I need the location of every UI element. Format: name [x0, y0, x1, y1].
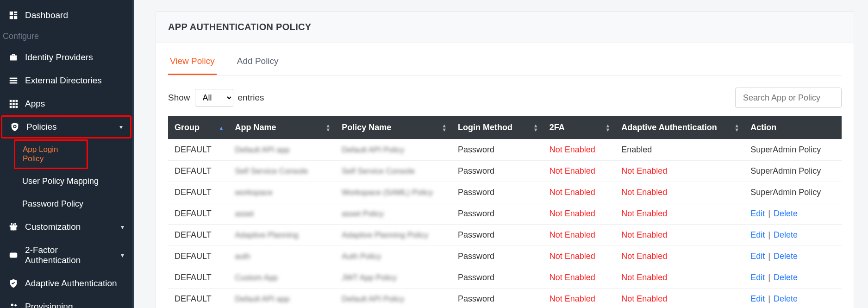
- cell-policy-name: Workspace (SAML) Policy: [335, 182, 451, 203]
- svg-rect-0: [10, 12, 13, 15]
- tab-add-policy[interactable]: Add Policy: [235, 56, 281, 75]
- col-group[interactable]: Group ▲: [168, 116, 228, 139]
- blurred-text: Default API Policy: [342, 295, 404, 303]
- col-login-method[interactable]: Login Method ▲▼: [451, 116, 543, 139]
- action-text: SuperAdmin Policy: [750, 166, 821, 176]
- status-adaptive: Enabled: [621, 145, 652, 154]
- cell-group: DEFAULT: [168, 182, 228, 203]
- edit-link[interactable]: Edit: [750, 294, 765, 303]
- sidebar: Dashboard Configure Identity Providers E…: [0, 0, 134, 308]
- chevron-down-icon: ▾: [121, 251, 124, 259]
- gift-icon: [8, 222, 19, 232]
- cell-login-method: Password: [451, 289, 543, 308]
- edit-link[interactable]: Edit: [750, 230, 765, 239]
- cell-adaptive: Not Enabled: [615, 182, 744, 203]
- action-text: SuperAdmin Policy: [750, 145, 821, 154]
- nav-external-directories[interactable]: External Directories: [0, 69, 132, 92]
- cell-adaptive: Not Enabled: [615, 203, 744, 225]
- chevron-down-icon: ▾: [121, 223, 124, 231]
- nav-two-factor[interactable]: 2-Factor Authentication ▾: [0, 239, 132, 272]
- svg-rect-6: [10, 80, 18, 82]
- cell-2fa: Not Enabled: [543, 246, 615, 267]
- blurred-text: Default API app: [235, 295, 289, 303]
- cell-adaptive: Not Enabled: [615, 225, 744, 246]
- status-2fa: Not Enabled: [550, 230, 595, 239]
- status-adaptive: Not Enabled: [621, 166, 667, 176]
- nav-adaptive-auth[interactable]: Adaptive Authentication: [0, 272, 132, 295]
- nav-provisioning[interactable]: Provisioning: [0, 295, 132, 308]
- nav-provisioning-label: Provisioning: [25, 302, 73, 308]
- blurred-text: Workspace (SAML) Policy: [342, 188, 433, 197]
- cell-adaptive: Not Enabled: [615, 267, 744, 289]
- nav-policies[interactable]: Policies ▾: [1, 115, 131, 138]
- nav-apps[interactable]: Apps: [0, 92, 132, 115]
- users-icon: [8, 302, 19, 308]
- col-app-name-label: App Name: [235, 123, 276, 132]
- edit-link[interactable]: Edit: [750, 251, 765, 261]
- nav-dashboard[interactable]: Dashboard: [0, 4, 132, 27]
- col-adaptive[interactable]: Adaptive Authentication ▲▼: [615, 116, 744, 139]
- delete-link[interactable]: Delete: [774, 251, 798, 261]
- nav-app-login-policy[interactable]: App Login Policy: [14, 139, 88, 169]
- status-adaptive: Not Enabled: [621, 294, 667, 303]
- svg-point-21: [14, 223, 16, 225]
- svg-point-23: [11, 304, 14, 307]
- cell-action: Edit | Delete: [744, 246, 842, 267]
- nav-identity-providers[interactable]: Identity Providers: [0, 46, 132, 69]
- status-2fa: Not Enabled: [550, 166, 595, 176]
- cell-action: Edit | Delete: [744, 289, 842, 308]
- edit-link[interactable]: Edit: [750, 209, 765, 218]
- cell-login-method: Password: [451, 182, 543, 203]
- cell-policy-name: Default API Policy: [335, 139, 451, 161]
- edit-link[interactable]: Edit: [750, 273, 765, 282]
- svg-rect-16: [16, 106, 18, 108]
- show-label: Show: [168, 93, 190, 103]
- blurred-text: Self Service Console: [342, 167, 415, 176]
- panel-title: APP AUTHENTICATION POLICY: [156, 12, 854, 43]
- nav-apps-label: Apps: [25, 99, 45, 109]
- cell-group: DEFAULT: [168, 161, 228, 182]
- sort-icon: ▲▼: [605, 124, 610, 132]
- cell-group: DEFAULT: [168, 289, 228, 308]
- entries-select[interactable]: All: [195, 89, 233, 107]
- blurred-text: Custom App: [235, 273, 278, 282]
- table-row: DEFAULTCustom AppJWT App PolicyPasswordN…: [168, 267, 842, 289]
- svg-rect-5: [10, 78, 18, 79]
- svg-rect-15: [12, 106, 15, 108]
- search-input[interactable]: [735, 88, 842, 108]
- delete-link[interactable]: Delete: [774, 230, 798, 239]
- cell-app-name: auth: [228, 246, 335, 267]
- blurred-text: Default API app: [235, 145, 289, 154]
- delete-link[interactable]: Delete: [774, 294, 798, 303]
- svg-rect-4: [14, 16, 17, 19]
- sort-icon: ▲▼: [533, 124, 538, 132]
- sort-icon: ▲▼: [442, 124, 447, 132]
- status-adaptive: Not Enabled: [621, 273, 667, 282]
- delete-link[interactable]: Delete: [774, 209, 798, 218]
- nav-password-policy[interactable]: Password Policy: [0, 193, 132, 215]
- section-configure: Configure: [0, 27, 132, 46]
- cell-policy-name: Auth Policy: [335, 246, 451, 267]
- nav-user-policy-mapping[interactable]: User Policy Mapping: [0, 170, 132, 193]
- cell-action: SuperAdmin Policy: [744, 182, 842, 203]
- table-row: DEFAULTAdaptive PlanningAdaptive Plannin…: [168, 225, 842, 246]
- table-row: DEFAULTworkspaceWorkspace (SAML) PolicyP…: [168, 182, 842, 203]
- delete-link[interactable]: Delete: [774, 273, 798, 282]
- cell-group: DEFAULT: [168, 203, 228, 225]
- shield-icon: [10, 122, 20, 132]
- cell-2fa: Not Enabled: [543, 289, 615, 308]
- svg-rect-8: [10, 100, 12, 102]
- nav-customization[interactable]: Customization ▾: [0, 215, 132, 239]
- cell-group: DEFAULT: [168, 225, 228, 246]
- col-action[interactable]: Action: [744, 116, 842, 139]
- col-policy-name[interactable]: Policy Name ▲▼: [335, 116, 451, 139]
- cell-app-name: Adaptive Planning: [228, 225, 335, 246]
- tab-view-policy[interactable]: View Policy: [168, 56, 217, 75]
- col-2fa[interactable]: 2FA ▲▼: [543, 116, 615, 139]
- cell-login-method: Password: [451, 225, 543, 246]
- sort-icon: ▲▼: [325, 124, 331, 132]
- sort-icon: ▲: [219, 126, 224, 130]
- nav-two-factor-label: 2-Factor Authentication: [25, 245, 114, 265]
- col-app-name[interactable]: App Name ▲▼: [228, 116, 335, 139]
- separator: |: [765, 273, 774, 282]
